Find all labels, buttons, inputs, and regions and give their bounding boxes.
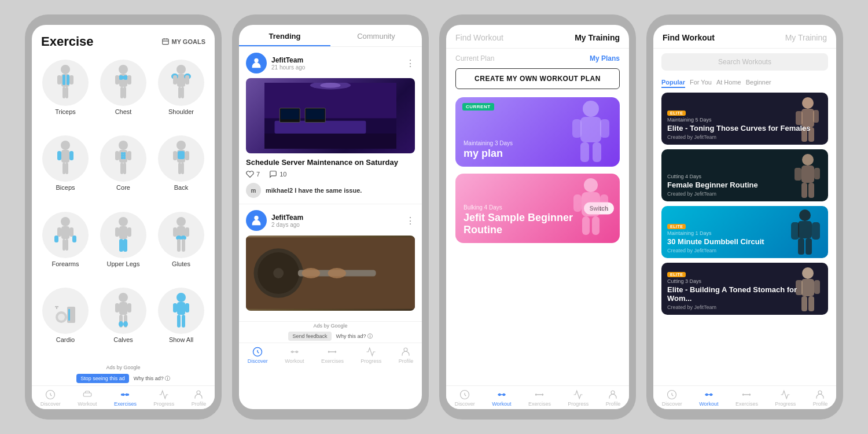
workout-card-3[interactable]: ELITE Maintaining 1 Days 30 Minute Dumbb… [661, 206, 828, 258]
workout-title-3: 30 Minute Dumbbell Circuit [667, 237, 822, 247]
muscle-item-chest[interactable]: Chest [97, 60, 150, 131]
post-1-menu[interactable]: ⋮ [406, 58, 415, 69]
nav-workout-s4[interactable]: Workout [699, 389, 718, 407]
plan-card-my-plan[interactable]: CURRENT Maintaining 3 Days my plan [455, 97, 620, 167]
nav-profile-s1[interactable]: Profile [192, 389, 207, 407]
muscle-label-cardio: Cardio [56, 336, 75, 343]
post-2-menu[interactable]: ⋮ [406, 215, 415, 226]
svg-rect-137 [572, 119, 582, 138]
current-plan-label[interactable]: Current Plan [455, 54, 494, 62]
nav-exercises-s2[interactable]: Exercises [321, 346, 344, 364]
tab-community[interactable]: Community [330, 25, 422, 46]
my-plans-label[interactable]: My Plans [590, 54, 620, 62]
create-plan-button[interactable]: CREATE MY OWN WORKOUT PLAN [455, 68, 620, 89]
send-feedback-button[interactable]: Send feedback [288, 332, 331, 341]
profile-icon-s4 [814, 389, 826, 400]
workout-card-4[interactable]: ELITE Cutting 3 Days Elite - Building A … [661, 263, 828, 315]
screen-find-workout: Find Workout My Training Search Workouts… [653, 25, 836, 409]
nav-progress-s4[interactable]: Progress [775, 389, 796, 407]
muscle-circle-triceps[interactable] [42, 60, 89, 106]
muscle-circle-cardio[interactable] [42, 288, 89, 334]
stop-ad-button-s1[interactable]: Stop seeing this ad [76, 374, 129, 383]
post-2-image [246, 236, 415, 311]
plan-card-beginner[interactable]: Bulking 4 Days Jefit Sample Beginner Rou… [455, 174, 620, 243]
svg-rect-42 [115, 151, 119, 160]
forearms-body-svg [50, 216, 81, 254]
muscle-label-upper-legs: Upper Legs [107, 260, 140, 267]
svg-rect-96 [83, 393, 91, 396]
nav-profile-s3[interactable]: Profile [606, 389, 621, 407]
nav-workout-s1[interactable]: Workout [78, 389, 97, 407]
workout-title-1: Elite - Toning Those Curves for Females [667, 124, 822, 133]
muscle-circle-glutes[interactable] [158, 212, 204, 258]
filter-for-you[interactable]: For You [690, 78, 712, 88]
muscle-circle-core[interactable] [100, 135, 146, 182]
post-1-header: JefitTeam 21 hours ago ⋮ [246, 53, 415, 73]
tab-trending[interactable]: Trending [239, 25, 330, 46]
workout-card-1[interactable]: ELITE Maintaining 5 Days Elite - Toning … [661, 93, 828, 145]
muscle-circle-shoulder[interactable] [158, 60, 204, 106]
workout-card-2[interactable]: Cutting 4 Days Female Beginner Routine C… [661, 149, 828, 201]
nav-discover-s1[interactable]: Discover [41, 389, 61, 407]
nav-progress-s2[interactable]: Progress [361, 346, 381, 364]
muscle-circle-calves[interactable] [100, 288, 146, 334]
filter-popular[interactable]: Popular [661, 78, 685, 88]
muscle-circle-chest[interactable] [100, 60, 146, 106]
muscle-item-back[interactable]: Back [155, 135, 208, 207]
nav-exercises-s1[interactable]: Exercises [114, 389, 137, 407]
svg-rect-27 [181, 87, 184, 98]
nav-profile-s4[interactable]: Profile [813, 389, 828, 407]
nav-progress-s3[interactable]: Progress [568, 389, 589, 407]
workout-meta-2: Cutting 4 Days [667, 174, 822, 179]
muscle-item-biceps[interactable]: Biceps [39, 135, 92, 207]
post-1-user: JefitTeam [271, 56, 305, 64]
search-workouts-input[interactable]: Search Workouts [661, 53, 828, 71]
workout-meta-1: Maintaining 5 Days [667, 117, 822, 123]
svg-rect-140 [593, 142, 601, 162]
muscle-circle-show-all[interactable] [158, 288, 204, 334]
muscle-circle-back[interactable] [158, 135, 204, 182]
tab-find-workout-s3[interactable]: Find Workout [455, 33, 503, 42]
goals-icon [161, 38, 170, 46]
svg-rect-37 [123, 155, 126, 157]
muscle-circle-upper-legs[interactable] [100, 212, 146, 258]
svg-point-46 [176, 141, 186, 150]
muscle-item-core[interactable]: Core [97, 135, 150, 207]
tab-my-training-s3[interactable]: My Training [575, 33, 620, 42]
muscle-item-calves[interactable]: Calves [97, 288, 150, 359]
svg-rect-31 [69, 151, 73, 160]
svg-rect-8 [57, 75, 61, 84]
post-2-meta: JefitTeam 2 days ago [271, 214, 303, 228]
muscle-item-upper-legs[interactable]: Upper Legs [97, 212, 150, 283]
muscle-item-glutes[interactable]: Glutes [155, 212, 208, 283]
muscle-item-triceps[interactable]: Triceps [39, 60, 92, 131]
muscle-item-cardio[interactable]: Cardio [39, 288, 92, 359]
muscle-item-shoulder[interactable]: Shoulder [155, 60, 208, 131]
comments-reaction[interactable]: 10 [269, 170, 286, 178]
svg-rect-9 [69, 75, 73, 84]
nav-exercises-s3[interactable]: Exercises [528, 389, 551, 407]
muscle-circle-biceps[interactable] [42, 135, 89, 182]
nav-profile-s2[interactable]: Profile [399, 346, 414, 364]
nav-discover-s3[interactable]: Discover [455, 389, 475, 407]
filter-at-home[interactable]: At Home [716, 78, 741, 88]
svg-rect-26 [178, 87, 181, 98]
svg-line-131 [329, 351, 330, 352]
my-goals-button[interactable]: MY GOALS [161, 38, 205, 46]
muscle-item-show-all[interactable]: Show All [155, 288, 208, 359]
muscle-circle-forearms[interactable] [42, 212, 89, 258]
nav-discover-s2[interactable]: Discover [248, 346, 268, 364]
filter-beginner[interactable]: Beginner [746, 78, 771, 88]
nav-discover-s4[interactable]: Discover [662, 389, 682, 407]
likes-reaction[interactable]: 7 [246, 170, 260, 178]
nav-progress-s1[interactable]: Progress [153, 389, 174, 407]
tab-find-workout-s4[interactable]: Find Workout [663, 33, 715, 42]
nav-exercises-s4[interactable]: Exercises [735, 389, 758, 407]
profile-icon-s2 [399, 346, 412, 358]
muscle-item-forearms[interactable]: Forearms [39, 212, 92, 283]
barbell-scene-svg [246, 236, 415, 311]
nav-workout-s2[interactable]: Workout [285, 346, 304, 364]
nav-workout-s3[interactable]: Workout [492, 389, 511, 407]
tab-my-training-s4[interactable]: My Training [785, 33, 827, 42]
svg-rect-124 [246, 237, 415, 309]
